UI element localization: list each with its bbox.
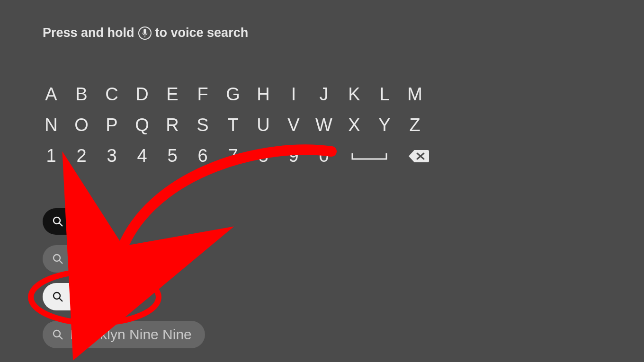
key-h[interactable]: H xyxy=(255,84,272,105)
search-query-text: Br xyxy=(70,213,84,230)
key-e[interactable]: E xyxy=(164,84,181,105)
svg-point-6 xyxy=(54,330,60,337)
svg-point-2 xyxy=(54,255,60,261)
key-6[interactable]: 6 xyxy=(194,146,211,166)
key-f[interactable]: F xyxy=(194,84,211,105)
suggestion-brooklyn-nine-nine[interactable]: Brooklyn Nine Nine xyxy=(43,321,205,348)
key-w[interactable]: W xyxy=(315,115,332,135)
suggestion-britbox[interactable]: Britbox xyxy=(43,245,127,273)
svg-point-4 xyxy=(54,292,60,299)
key-q[interactable]: Q xyxy=(134,115,151,135)
key-z[interactable]: Z xyxy=(406,115,423,135)
key-a[interactable]: A xyxy=(43,84,60,105)
key-1[interactable]: 1 xyxy=(43,146,60,166)
suggestion-label: Browser xyxy=(70,289,122,305)
hint-prefix: Press and hold xyxy=(43,26,134,40)
key-g[interactable]: G xyxy=(224,84,242,105)
microphone-icon xyxy=(138,26,152,40)
key-9[interactable]: 9 xyxy=(285,146,302,166)
voice-search-hint: Press and hold to voice search xyxy=(43,26,248,40)
key-8[interactable]: 8 xyxy=(255,146,272,166)
suggestion-label: Britbox xyxy=(70,251,114,267)
key-space[interactable] xyxy=(346,146,393,166)
suggestion-label: Brooklyn Nine Nine xyxy=(70,327,192,343)
keyboard-row-2: N O P Q R S T U V W X Y Z xyxy=(43,115,431,135)
key-7[interactable]: 7 xyxy=(224,146,242,166)
key-t[interactable]: T xyxy=(224,115,242,135)
onscreen-keyboard: A B C D E F G H I J K L M N O P Q R S T … xyxy=(43,84,431,166)
search-suggestions: Br Britbox Browser Brooklyn Nine Nine xyxy=(43,208,205,348)
key-m[interactable]: M xyxy=(406,84,423,105)
svg-line-3 xyxy=(59,260,63,264)
keyboard-row-1: A B C D E F G H I J K L M xyxy=(43,84,431,105)
svg-line-7 xyxy=(59,336,63,339)
key-v[interactable]: V xyxy=(285,115,302,135)
key-0[interactable]: 0 xyxy=(315,146,332,166)
key-i[interactable]: I xyxy=(285,84,302,105)
key-k[interactable]: K xyxy=(346,84,363,105)
key-5[interactable]: 5 xyxy=(164,146,181,166)
key-2[interactable]: 2 xyxy=(73,146,90,166)
key-d[interactable]: D xyxy=(134,84,151,105)
key-3[interactable]: 3 xyxy=(103,146,120,166)
key-y[interactable]: Y xyxy=(376,115,393,135)
key-r[interactable]: R xyxy=(164,115,181,135)
search-icon xyxy=(52,253,63,265)
hint-suffix: to voice search xyxy=(155,26,249,40)
keyboard-row-3: 1 2 3 4 5 6 7 8 9 0 xyxy=(43,146,431,166)
key-s[interactable]: S xyxy=(194,115,211,135)
svg-point-0 xyxy=(54,217,60,224)
key-u[interactable]: U xyxy=(255,115,272,135)
key-o[interactable]: O xyxy=(73,115,90,135)
backspace-icon xyxy=(408,149,429,163)
key-b[interactable]: B xyxy=(73,84,90,105)
search-query-pill[interactable]: Br xyxy=(43,208,98,235)
key-j[interactable]: J xyxy=(315,84,332,105)
key-4[interactable]: 4 xyxy=(134,146,151,166)
key-p[interactable]: P xyxy=(103,115,120,135)
search-icon xyxy=(52,291,63,302)
svg-line-5 xyxy=(59,298,63,301)
space-icon xyxy=(350,151,388,161)
key-backspace[interactable] xyxy=(406,146,431,166)
key-n[interactable]: N xyxy=(43,115,60,135)
search-icon xyxy=(52,216,63,227)
suggestion-browser[interactable]: Browser xyxy=(43,283,135,310)
key-x[interactable]: X xyxy=(346,115,363,135)
key-l[interactable]: L xyxy=(376,84,393,105)
search-icon xyxy=(52,329,63,340)
key-c[interactable]: C xyxy=(103,84,120,105)
svg-line-1 xyxy=(59,223,63,226)
